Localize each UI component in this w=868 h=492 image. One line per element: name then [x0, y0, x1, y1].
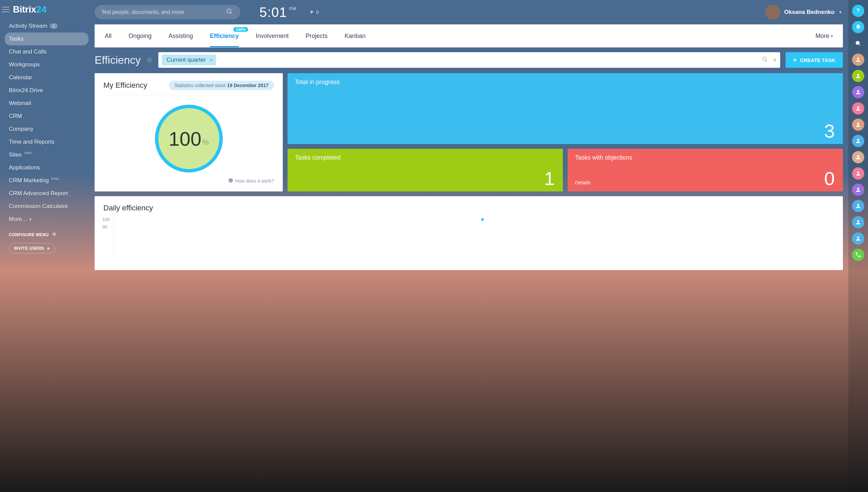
sidebar-item-commission-calculator[interactable]: Commission Calculator [5, 200, 88, 213]
filter-bar[interactable]: Current quarter × × [158, 52, 780, 68]
invite-users-label: INVITE USERS [14, 246, 44, 251]
sidebar-item-webmail[interactable]: Webmail [5, 97, 88, 110]
sidebar-item-label: Webmail [9, 100, 31, 107]
search-icon[interactable] [226, 8, 233, 16]
sidebar-item-crm-marketing[interactable]: CRM Marketingbeta [5, 174, 88, 187]
tabs-more[interactable]: More▾ [815, 33, 833, 40]
clear-icon[interactable]: × [773, 56, 777, 64]
search-input[interactable] [102, 9, 226, 15]
user-name: Oksana Bednenko [784, 9, 834, 16]
title-row: Efficiency ☆ Current quarter × × + CREAT… [95, 52, 843, 68]
sidebar-item-sites[interactable]: Sitesbeta [5, 148, 88, 161]
sidebar-item-more-[interactable]: More...▾ [5, 213, 88, 226]
invite-users-button[interactable]: INVITE USERS + [9, 243, 55, 253]
sidebar-item-calendar[interactable]: Calendar [5, 71, 88, 84]
sidebar-item-activity-stream[interactable]: Activity Stream1 [5, 20, 88, 33]
tile-value: 0 [824, 167, 835, 189]
sidebar-item-company[interactable]: Company [5, 123, 88, 136]
tab-involvement[interactable]: Involvement [256, 25, 289, 47]
search-button[interactable] [852, 37, 864, 49]
efficiency-chip: 100% [233, 27, 248, 32]
tile-total-in-progress[interactable]: Total in progress 3 [288, 73, 843, 144]
notifications-flag[interactable]: 0 [310, 9, 319, 15]
gauge-pct: % [202, 138, 209, 147]
tile-label: Tasks completed [295, 154, 555, 161]
contact-avatar[interactable] [852, 200, 864, 212]
stats-date: 19 December 2017 [227, 83, 269, 88]
daily-efficiency-title: Daily efficiency [103, 204, 834, 212]
search-icon[interactable] [762, 56, 768, 64]
tile-tasks-completed[interactable]: Tasks completed 1 [288, 149, 563, 191]
create-task-button[interactable]: + CREATE TASK [786, 52, 843, 68]
tabs-bar: AllOngoingAssistingEfficiency100%Involve… [95, 24, 843, 47]
gear-icon [52, 232, 56, 238]
tab-efficiency[interactable]: Efficiency100% [210, 25, 239, 47]
contact-avatar[interactable] [852, 86, 864, 98]
stats-collected-chip: Statistics collected since 19 December 2… [169, 81, 274, 90]
tab-kanban[interactable]: Kanban [344, 25, 366, 47]
sidebar-item-workgroups[interactable]: Workgroups [5, 58, 88, 71]
sidebar-item-label: Tasks [9, 36, 23, 42]
contact-avatar[interactable] [852, 70, 864, 82]
call-button[interactable] [852, 249, 864, 261]
sidebar-item-applications[interactable]: Applications [5, 161, 88, 174]
favorite-star-icon[interactable]: ☆ [146, 56, 153, 64]
tile-value: 3 [824, 120, 835, 142]
sidebar-item-label: Commission Calculator [9, 203, 68, 210]
help-button[interactable]: ? [852, 5, 864, 17]
contact-avatar[interactable] [852, 135, 864, 147]
sidebar-item-label: Calendar [9, 74, 32, 81]
configure-menu-button[interactable]: CONFIGURE MENU [9, 232, 84, 238]
global-search[interactable] [95, 5, 240, 19]
sidebar-item-label: Sites [9, 151, 22, 158]
my-efficiency-card: My Efficiency Statistics collected since… [95, 73, 283, 191]
summary-tiles: Total in progress 3 Tasks completed 1 Ta… [288, 73, 843, 191]
contact-avatar[interactable] [852, 184, 864, 196]
svg-rect-5 [230, 180, 231, 181]
logo[interactable]: Bitrix24 [13, 4, 46, 15]
sidebar-item-label: Workgroups [9, 61, 40, 68]
svg-line-3 [766, 60, 768, 62]
contact-avatar[interactable] [852, 102, 864, 115]
clock: 5:01 PM [259, 5, 296, 20]
tile-tasks-with-objections[interactable]: Tasks with objections Details 0 [568, 149, 843, 191]
sidebar-item-label: More... [9, 216, 27, 223]
contact-avatar[interactable] [852, 119, 864, 131]
menu-toggle-icon[interactable] [2, 7, 9, 12]
tab-all[interactable]: All [105, 25, 112, 47]
sidebar-item-label: CRM Advanced Report [9, 190, 68, 197]
notifications-button[interactable] [852, 21, 864, 33]
filter-chip[interactable]: Current quarter × [162, 55, 216, 65]
tile-value: 1 [544, 167, 555, 189]
user-menu[interactable]: Oksana Bednenko ▼ [765, 5, 842, 20]
clock-time: 5:01 [259, 5, 287, 20]
filter-chip-label: Current quarter [166, 57, 205, 63]
contact-avatar[interactable] [852, 216, 864, 228]
tab-projects[interactable]: Projects [305, 25, 328, 47]
sidebar-item-tasks[interactable]: Tasks [5, 33, 88, 45]
info-icon [228, 178, 233, 184]
contact-avatar[interactable] [852, 151, 864, 163]
sidebar-item-chat-and-calls[interactable]: Chat and Calls [5, 45, 88, 58]
caret-down-icon: ▾ [831, 34, 833, 38]
contact-avatar[interactable] [852, 167, 864, 180]
more-label: More [815, 33, 829, 40]
tab-ongoing[interactable]: Ongoing [129, 25, 152, 47]
contact-avatar[interactable] [852, 232, 864, 245]
logo-text-2: 24 [36, 4, 46, 15]
sidebar-item-label: Time and Reports [9, 139, 54, 145]
sidebar-item-bitrix24-drive[interactable]: Bitrix24.Drive [5, 84, 88, 97]
sidebar-item-crm-advanced-report[interactable]: CRM Advanced Report [5, 187, 88, 200]
page-title: Efficiency [95, 54, 141, 66]
configure-menu-label: CONFIGURE MENU [9, 232, 49, 237]
sidebar-item-crm[interactable]: CRM [5, 110, 88, 123]
tab-assisting[interactable]: Assisting [169, 25, 193, 47]
sidebar-item-time-and-reports[interactable]: Time and Reports [5, 136, 88, 148]
how-does-it-work-link[interactable]: How does it work? [103, 178, 274, 184]
contact-avatar[interactable] [852, 54, 864, 66]
tile-details-link[interactable]: Details [575, 180, 591, 185]
avatar [765, 5, 780, 20]
gauge-value: 100 [169, 127, 201, 150]
close-icon[interactable]: × [210, 57, 213, 63]
svg-line-1 [231, 13, 232, 14]
